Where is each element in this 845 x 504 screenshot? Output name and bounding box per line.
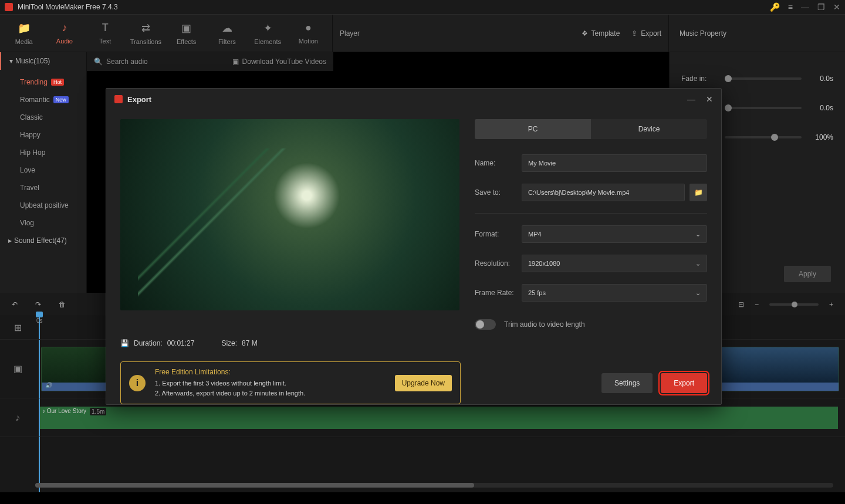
undo-icon[interactable]: ↶ bbox=[12, 300, 18, 309]
motion-icon: ● bbox=[305, 22, 312, 34]
chevron-down-icon: ⌄ bbox=[695, 231, 701, 238]
fadein-value: 0.0s bbox=[810, 75, 833, 83]
app-logo-icon bbox=[5, 3, 13, 11]
new-badge: New bbox=[53, 96, 69, 103]
audio-track-icon: ♪ bbox=[0, 398, 35, 437]
size-value: 87 M bbox=[242, 339, 258, 347]
format-select[interactable]: MP4⌄ bbox=[522, 225, 707, 243]
folder-icon: 📁 bbox=[694, 188, 703, 197]
sidebar-item-classic[interactable]: Classic bbox=[20, 109, 86, 126]
fadein-label: Fade in: bbox=[681, 75, 716, 83]
zoom-slider[interactable] bbox=[769, 303, 819, 306]
sidebar: ▾Music(105) TrendingHot RomanticNew Clas… bbox=[0, 52, 87, 293]
toolbar-elements[interactable]: ✦Elements bbox=[248, 15, 288, 52]
export-dialog: Export — ✕ PC Device Name: My Movie Save… bbox=[106, 88, 722, 405]
folder-icon: 📁 bbox=[18, 22, 31, 35]
export-confirm-button[interactable]: Export bbox=[661, 373, 707, 393]
timeline-tool-icon[interactable]: ⊟ bbox=[738, 300, 744, 309]
fadeout-value: 0.0s bbox=[810, 104, 833, 112]
menu-icon[interactable]: ≡ bbox=[788, 2, 793, 12]
free-edition-notice: i Free Edition Limitations: 1. Export th… bbox=[120, 361, 461, 404]
trim-audio-label: Trim audio to video length bbox=[504, 320, 585, 329]
apply-button[interactable]: Apply bbox=[784, 266, 831, 282]
dialog-title: Export bbox=[127, 95, 682, 104]
effects-icon: ▣ bbox=[181, 22, 191, 35]
text-icon: T bbox=[102, 22, 109, 34]
maximize-icon[interactable]: ❐ bbox=[817, 2, 825, 12]
sidebar-item-upbeat[interactable]: Upbeat positive bbox=[20, 197, 86, 214]
zoom-in-icon[interactable]: + bbox=[829, 300, 833, 309]
add-track-icon[interactable]: ⊞ bbox=[0, 316, 35, 339]
clip-speaker-icon: 🔊 bbox=[45, 382, 52, 388]
saveto-input[interactable]: C:\Users\bj\Desktop\My Movie.mp4 bbox=[522, 184, 685, 201]
download-youtube-button[interactable]: ▣Download YouTube Videos bbox=[232, 57, 326, 66]
sidebar-item-travel[interactable]: Travel bbox=[20, 179, 86, 197]
divider bbox=[475, 213, 707, 214]
zoom-out-icon[interactable]: − bbox=[755, 300, 759, 309]
sidebar-item-happy[interactable]: Happy bbox=[20, 126, 86, 144]
duration-label: Duration: bbox=[134, 339, 163, 347]
hot-badge: Hot bbox=[51, 79, 64, 86]
toolbar-transitions[interactable]: ⇄Transitions bbox=[126, 15, 166, 52]
key-icon[interactable]: 🔑 bbox=[770, 2, 780, 12]
upgrade-button[interactable]: Upgrade Now bbox=[395, 375, 452, 391]
sidebar-category-music[interactable]: ▾Music(105) bbox=[0, 52, 86, 70]
sidebar-category-sound-effect[interactable]: ▸Sound Effect(47) bbox=[0, 232, 86, 249]
dialog-header: Export — ✕ bbox=[106, 89, 721, 110]
upsell-line: 2. Afterwards, export video up to 2 minu… bbox=[155, 388, 386, 398]
title-bar: MiniTool MovieMaker Free 7.4.3 🔑 ≡ — ❐ ✕ bbox=[0, 0, 845, 15]
resolution-select[interactable]: 1920x1080⌄ bbox=[522, 255, 707, 272]
chevron-right-icon: ▸ bbox=[8, 236, 12, 245]
export-icon: ⇪ bbox=[631, 29, 637, 38]
main-toolbar: 📁Media ♪Audio TText ⇄Transitions ▣Effect… bbox=[0, 15, 845, 52]
settings-button[interactable]: Settings bbox=[601, 373, 653, 393]
sidebar-item-vlog[interactable]: Vlog bbox=[20, 214, 86, 232]
video-track-icon: ▣ bbox=[0, 340, 35, 398]
export-preview bbox=[120, 119, 459, 310]
fadein-slider[interactable] bbox=[725, 77, 802, 80]
sidebar-item-love[interactable]: Love bbox=[20, 161, 86, 179]
content-top-bar: 🔍Search audio ▣Download YouTube Videos bbox=[87, 52, 333, 71]
chevron-down-icon: ▾ bbox=[9, 57, 13, 65]
fadeout-slider[interactable] bbox=[725, 107, 802, 109]
minimize-icon[interactable]: — bbox=[801, 2, 809, 12]
chevron-down-icon: ⌄ bbox=[695, 289, 701, 297]
audio-clip[interactable]: ♪ Our Love Story 1.5m bbox=[40, 407, 838, 429]
format-label: Format: bbox=[475, 230, 517, 238]
tab-pc[interactable]: PC bbox=[475, 119, 591, 139]
dialog-minimize-icon[interactable]: — bbox=[687, 94, 695, 104]
trash-icon[interactable]: 🗑 bbox=[59, 300, 66, 309]
video-icon: ▣ bbox=[232, 57, 239, 66]
toolbar-text[interactable]: TText bbox=[85, 15, 126, 52]
toolbar-motion[interactable]: ●Motion bbox=[288, 15, 329, 52]
framerate-select[interactable]: 25 fps⌄ bbox=[522, 284, 707, 302]
tab-device[interactable]: Device bbox=[591, 119, 707, 139]
volume-slider[interactable] bbox=[725, 136, 802, 138]
music-icon: ♪ bbox=[62, 22, 67, 34]
sidebar-item-hiphop[interactable]: Hip Hop bbox=[20, 144, 86, 161]
sidebar-item-romantic[interactable]: RomanticNew bbox=[20, 91, 86, 109]
name-input[interactable]: My Movie bbox=[522, 154, 707, 172]
player-label: Player bbox=[340, 29, 570, 38]
audio-clip-duration: 1.5m bbox=[90, 408, 106, 415]
toolbar-audio[interactable]: ♪Audio bbox=[44, 15, 84, 52]
trim-audio-toggle[interactable] bbox=[475, 319, 496, 330]
redo-icon[interactable]: ↷ bbox=[35, 300, 41, 309]
close-icon[interactable]: ✕ bbox=[833, 2, 840, 12]
search-input[interactable]: 🔍Search audio bbox=[94, 57, 225, 66]
export-button[interactable]: ⇪Export bbox=[631, 29, 661, 38]
app-title: MiniTool MovieMaker Free 7.4.3 bbox=[18, 3, 770, 11]
toolbar-filters[interactable]: ☁Filters bbox=[207, 15, 247, 52]
name-label: Name: bbox=[475, 159, 517, 167]
export-tabs: PC Device bbox=[475, 119, 707, 139]
template-button[interactable]: ❖Template bbox=[582, 29, 620, 38]
app-logo-icon bbox=[114, 95, 123, 103]
browse-folder-button[interactable]: 📁 bbox=[689, 184, 707, 201]
transitions-icon: ⇄ bbox=[141, 22, 150, 35]
toolbar-media[interactable]: 📁Media bbox=[4, 15, 44, 52]
dialog-close-icon[interactable]: ✕ bbox=[706, 94, 713, 104]
timeline-scrollbar[interactable] bbox=[35, 483, 833, 488]
sidebar-item-trending[interactable]: TrendingHot bbox=[20, 73, 86, 91]
framerate-label: Frame Rate: bbox=[475, 289, 517, 297]
toolbar-effects[interactable]: ▣Effects bbox=[166, 15, 207, 52]
